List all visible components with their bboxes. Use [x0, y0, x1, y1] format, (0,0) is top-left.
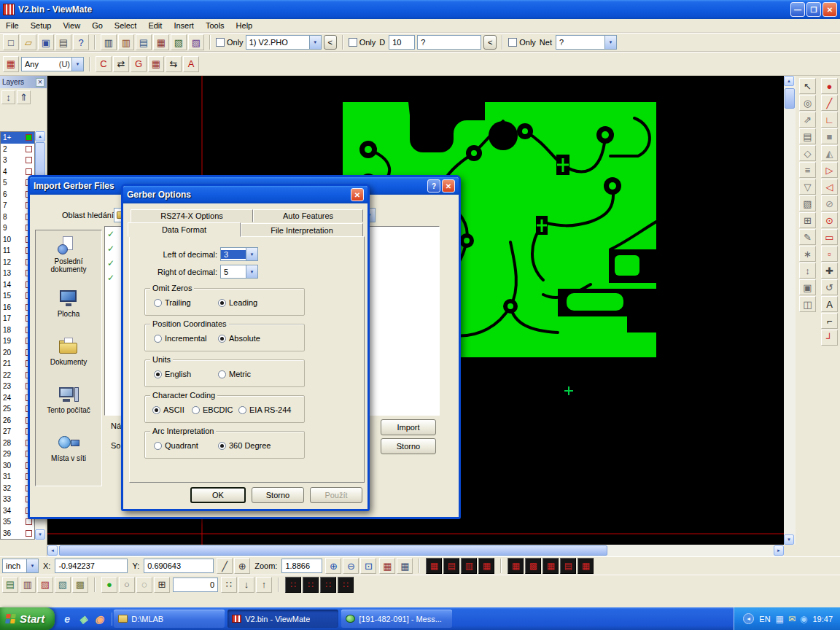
radio-leading[interactable]: Leading — [218, 298, 257, 307]
toolbar-button[interactable]: ■ — [821, 128, 838, 144]
toolbar-button[interactable]: G — [131, 56, 147, 72]
toolbar-button[interactable]: ▧ — [799, 195, 816, 211]
canvas-horizontal-scrollbar[interactable]: ◄ ► — [47, 545, 784, 556]
radio-icon[interactable] — [218, 299, 226, 307]
tab-data-format[interactable]: Data Format — [128, 222, 241, 237]
toolbar-button[interactable]: ╱ — [217, 558, 233, 574]
dcode-field[interactable]: 10 — [389, 35, 415, 50]
toolbar-button[interactable]: ╱ — [821, 95, 838, 111]
tab-file-interpretation[interactable]: File Interpretation — [241, 223, 363, 237]
toolbar-button[interactable]: ↕ — [1, 90, 15, 104]
layer-color-swatch[interactable] — [26, 146, 32, 152]
toolbar-button[interactable]: ▧ — [171, 34, 187, 50]
language-indicator[interactable]: EN — [759, 615, 770, 623]
layer-color-swatch[interactable] — [26, 157, 32, 163]
toolbar-button[interactable]: ▷ — [821, 162, 838, 178]
scroll-thumb[interactable] — [785, 88, 795, 109]
ok-button[interactable]: OK — [190, 487, 246, 503]
menu-item[interactable]: Tools — [200, 20, 230, 31]
toolbar-button[interactable]: A — [821, 296, 838, 312]
only-dcode-checkbox[interactable]: Only — [349, 38, 376, 47]
radio-icon[interactable] — [154, 370, 162, 378]
radio-absolute[interactable]: Absolute — [218, 334, 260, 343]
radio-metric[interactable]: Metric — [218, 370, 251, 378]
toolbar-button[interactable]: ▩ — [525, 558, 541, 574]
toolbar-button[interactable]: ▦ — [542, 558, 559, 574]
quick-launch-icon[interactable]: ◈ — [77, 612, 90, 626]
toolbar-button[interactable]: ◁ — [821, 179, 838, 195]
toolbar-button[interactable]: ? — [73, 34, 89, 50]
toolbar-button[interactable]: ▩ — [72, 577, 88, 593]
toolbar-button[interactable]: ▣ — [38, 34, 54, 50]
toolbar-button[interactable]: ▥ — [20, 577, 36, 593]
toolbar-button[interactable]: ≡ — [799, 162, 816, 178]
scroll-left-icon[interactable]: ◄ — [47, 545, 58, 556]
toolbar-button[interactable]: ▦ — [578, 558, 594, 574]
radio-icon[interactable] — [154, 335, 162, 343]
toolbar-button[interactable]: ● — [821, 78, 838, 94]
place-network[interactable]: Místa v síti — [36, 423, 101, 471]
chevron-down-icon[interactable]: ▼ — [246, 248, 257, 260]
toolbar-button[interactable]: ⊘ — [821, 195, 838, 211]
toolbar-button[interactable]: ▧ — [55, 577, 71, 593]
prev-layer-button[interactable]: < — [324, 35, 337, 50]
taskbar-task-mlab[interactable]: D:\MLAB — [114, 610, 225, 628]
toolbar-button[interactable]: ∷ — [320, 577, 336, 593]
layers-panel-header[interactable]: Layers × — [0, 76, 47, 88]
chevron-down-icon[interactable]: ▼ — [309, 36, 321, 49]
toolbar-button[interactable]: ▨ — [188, 34, 204, 50]
toolbar-button[interactable]: ↺ — [821, 279, 838, 295]
toolbar-button[interactable]: ✚ — [821, 262, 838, 279]
x-coordinate-field[interactable]: -0.942237 — [55, 559, 128, 573]
checkbox-icon[interactable] — [349, 38, 357, 47]
import-cancel-button[interactable]: Storno — [381, 438, 436, 454]
chevron-down-icon[interactable]: ▼ — [71, 58, 83, 71]
layer-color-swatch[interactable] — [26, 518, 32, 525]
toolbar-button[interactable]: ↕ — [799, 262, 816, 279]
toolbar-button[interactable]: ◌ — [136, 577, 152, 593]
place-desktop[interactable]: Plocha — [36, 279, 101, 327]
toolbar-button[interactable]: A — [183, 56, 199, 72]
place-documents[interactable]: Dokumenty — [36, 327, 101, 375]
chevron-down-icon[interactable]: ▼ — [26, 559, 38, 572]
toolbar-button[interactable]: ▦ — [148, 56, 164, 72]
toolbar-button[interactable]: ▦ — [153, 34, 169, 50]
radio-english[interactable]: English — [154, 370, 191, 378]
toolbar-button[interactable]: ∟ — [821, 112, 838, 128]
layer-color-swatch[interactable] — [26, 168, 32, 175]
toolbar-button[interactable]: ┘ — [821, 330, 838, 346]
tab-auto-features[interactable]: Auto Features — [253, 209, 363, 222]
apply-button[interactable]: Použít — [310, 487, 362, 503]
layers-panel-close-icon[interactable]: × — [36, 78, 44, 87]
selection-filter-button[interactable]: ▦ — [3, 56, 19, 72]
menu-item[interactable]: Edit — [142, 20, 168, 31]
radio-ascii[interactable]: ASCII — [152, 405, 184, 414]
toolbar-button[interactable]: ▫ — [821, 246, 838, 262]
tray-icon[interactable]: ◉ — [800, 615, 807, 623]
quick-launch-icon[interactable]: ◉ — [93, 612, 106, 626]
toolbar-button[interactable]: ▨ — [37, 577, 53, 593]
radio-icon[interactable] — [218, 442, 226, 450]
toolbar-button[interactable]: C — [96, 56, 112, 72]
scroll-up-icon[interactable]: ▲ — [784, 76, 794, 86]
toolbar-button[interactable]: ▦ — [508, 558, 524, 574]
close-button[interactable]: ✕ — [822, 2, 837, 17]
radio-360-degree[interactable]: 360 Degree — [218, 441, 271, 450]
toolbar-button[interactable]: ● — [101, 577, 117, 593]
tray-collapse-icon[interactable]: ◄ — [743, 613, 754, 624]
tray-icon[interactable]: ▦ — [776, 615, 784, 623]
toolbar-button[interactable]: □ — [3, 34, 19, 50]
toolbar-button[interactable]: ○ — [119, 577, 135, 593]
toolbar-button[interactable]: ∷ — [338, 577, 354, 593]
quick-launch-icon[interactable]: e — [61, 612, 74, 626]
only-layer-checkbox[interactable]: Only — [216, 38, 244, 47]
toolbar-button[interactable]: ⊕ — [234, 558, 250, 574]
radio-icon[interactable] — [238, 406, 246, 414]
y-coordinate-field[interactable]: 0.690643 — [144, 559, 214, 573]
taskbar-task-message[interactable]: [191-482-091] - Mess... — [341, 610, 452, 628]
scroll-down-icon[interactable]: ▼ — [784, 534, 794, 545]
tray-icon[interactable]: ✉ — [788, 615, 796, 623]
toolbar-button[interactable]: ⇆ — [166, 56, 182, 72]
right-decimal-combo[interactable]: 5 ▼ — [220, 265, 258, 279]
toolbar-button[interactable]: ∗ — [799, 246, 816, 262]
